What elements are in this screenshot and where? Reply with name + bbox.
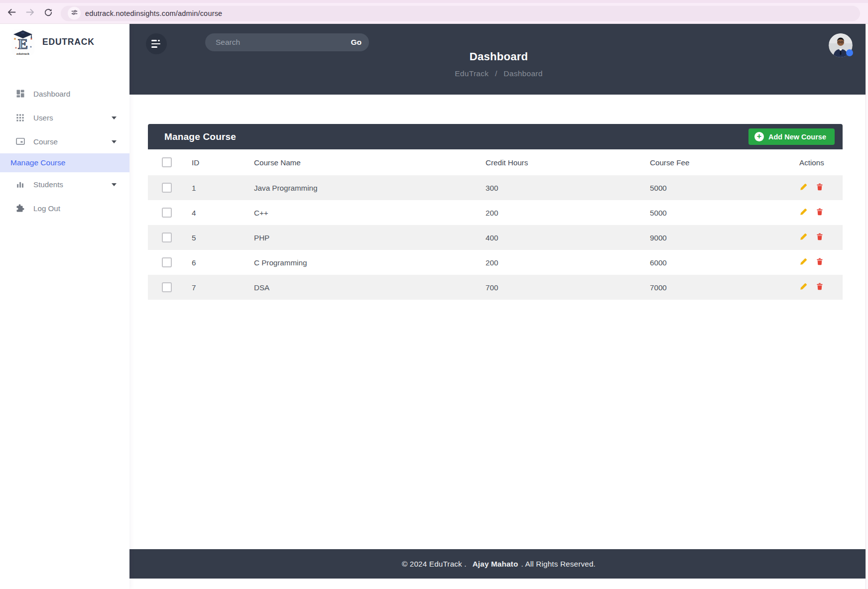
row-checkbox[interactable] [162, 282, 172, 292]
cell-course-name: Java Programming [240, 175, 472, 200]
add-new-course-button[interactable]: Add New Course [748, 128, 835, 145]
column-header-credit-hours: Credit Hours [472, 149, 636, 175]
table-row: 1 Java Programming 300 5000 [148, 175, 843, 200]
plus-circle-icon [754, 132, 764, 141]
edit-course-button[interactable] [799, 257, 808, 267]
menu-icon [151, 40, 157, 41]
students-bars-icon [15, 179, 25, 190]
sidebar-item-label: Log Out [33, 204, 60, 213]
row-checkbox[interactable] [162, 233, 172, 242]
edit-pencil-icon [799, 282, 808, 292]
edit-course-button[interactable] [799, 208, 808, 218]
edit-course-button[interactable] [799, 282, 808, 292]
cell-course-fee: 9000 [636, 225, 785, 250]
cell-course-fee: 7000 [636, 275, 785, 300]
course-table: ID Course Name Credit Hours Course Fee A… [148, 149, 843, 300]
delete-course-button[interactable] [816, 282, 824, 292]
cell-course-name: DSA [240, 275, 472, 300]
cell-credit-hours: 300 [472, 175, 636, 200]
table-row: 4 C++ 200 5000 [148, 200, 843, 225]
user-avatar[interactable] [829, 33, 853, 57]
cell-course-id: 4 [178, 200, 240, 225]
browser-reload-button[interactable] [41, 6, 56, 21]
delete-course-button[interactable] [816, 233, 824, 242]
trash-icon [816, 282, 824, 292]
chevron-down-icon [112, 183, 117, 186]
sidebar: E edutrack EDUTRACK Dashboard Users Cour… [0, 24, 129, 589]
address-bar[interactable]: edutrack.notedinsights.com/admin/course [61, 5, 860, 21]
manage-course-panel: Manage Course Add New Course ID Course N… [148, 124, 843, 300]
delete-course-button[interactable] [816, 183, 824, 193]
panel-title: Manage Course [164, 131, 236, 142]
cell-course-fee: 6000 [636, 250, 785, 275]
users-grid-icon [15, 113, 25, 123]
svg-text:edutrack: edutrack [16, 51, 29, 55]
online-status-dot [846, 49, 853, 56]
sidebar-item-users[interactable]: Users [0, 106, 129, 129]
browser-back-button[interactable] [4, 6, 19, 21]
cell-course-name: C++ [240, 200, 472, 225]
column-header-course-name: Course Name [240, 149, 472, 175]
table-header-row: ID Course Name Credit Hours Course Fee A… [148, 149, 843, 175]
sidebar-item-label: Course [33, 137, 58, 146]
row-checkbox[interactable] [162, 183, 172, 193]
sidebar-item-dashboard[interactable]: Dashboard [0, 82, 129, 106]
column-header-id: ID [178, 149, 240, 175]
cell-credit-hours: 200 [472, 250, 636, 275]
edit-pencil-icon [799, 233, 808, 242]
row-checkbox[interactable] [162, 208, 172, 218]
cell-course-id: 5 [178, 225, 240, 250]
search-input[interactable] [216, 38, 351, 47]
trash-icon [816, 183, 824, 193]
sidebar-item-manage-course[interactable]: Manage Course [0, 153, 129, 172]
sidebar-item-students[interactable]: Students [0, 172, 129, 196]
search-bar: Go [205, 33, 369, 51]
breadcrumb: EduTrack / Dashboard [129, 69, 868, 78]
trash-icon [816, 257, 824, 267]
brand-block[interactable]: E edutrack EDUTRACK [0, 24, 129, 60]
cell-credit-hours: 200 [472, 200, 636, 225]
breadcrumb-separator: / [495, 69, 497, 78]
sidebar-item-label: Students [33, 180, 63, 189]
breadcrumb-parent[interactable]: EduTrack [455, 69, 489, 78]
breadcrumb-current[interactable]: Dashboard [503, 69, 543, 78]
page-header: Go Dashboard EduTrack / Dashboard [129, 24, 868, 95]
browser-forward-button[interactable] [22, 6, 37, 21]
page-title: Dashboard [129, 50, 868, 63]
title-block: Dashboard EduTrack / Dashboard [129, 50, 868, 78]
footer: © 2024 EduTrack . Ajay Mahato . All Righ… [129, 549, 868, 579]
brand-name: EDUTRACK [42, 37, 95, 47]
edit-pencil-icon [799, 257, 808, 267]
table-row: 6 C Programming 200 6000 [148, 250, 843, 275]
edit-course-button[interactable] [799, 183, 808, 193]
edit-course-button[interactable] [799, 233, 808, 242]
page-scrollbar[interactable] [866, 24, 868, 589]
select-all-checkbox[interactable] [162, 157, 172, 167]
panel-header: Manage Course Add New Course [148, 124, 843, 149]
column-header-course-fee: Course Fee [636, 149, 785, 175]
column-header-actions: Actions [785, 149, 843, 175]
row-checkbox[interactable] [162, 257, 172, 267]
search-go-button[interactable]: Go [351, 38, 362, 47]
logout-puzzle-icon [15, 203, 25, 214]
course-table-body: 1 Java Programming 300 5000 4 C++ 200 [148, 175, 843, 300]
url-text: edutrack.notedinsights.com/admin/course [85, 9, 222, 17]
trash-icon [816, 233, 824, 242]
cell-course-name: PHP [240, 225, 472, 250]
table-row: 7 DSA 700 7000 [148, 275, 843, 300]
sidebar-item-logout[interactable]: Log Out [0, 196, 129, 220]
footer-copyright: © 2024 EduTrack . [402, 560, 467, 568]
cell-course-fee: 5000 [636, 175, 785, 200]
tune-icon [70, 8, 79, 18]
cell-course-id: 6 [178, 250, 240, 275]
edit-pencil-icon [799, 208, 808, 218]
trash-icon [816, 208, 824, 218]
delete-course-button[interactable] [816, 257, 824, 267]
cell-course-id: 7 [178, 275, 240, 300]
dashboard-grid-icon [15, 89, 25, 99]
edit-pencil-icon [799, 183, 808, 193]
footer-owner: Ajay Mahato [473, 560, 518, 568]
site-info-button[interactable] [68, 7, 81, 20]
sidebar-item-course[interactable]: Course [0, 129, 129, 153]
delete-course-button[interactable] [816, 208, 824, 218]
